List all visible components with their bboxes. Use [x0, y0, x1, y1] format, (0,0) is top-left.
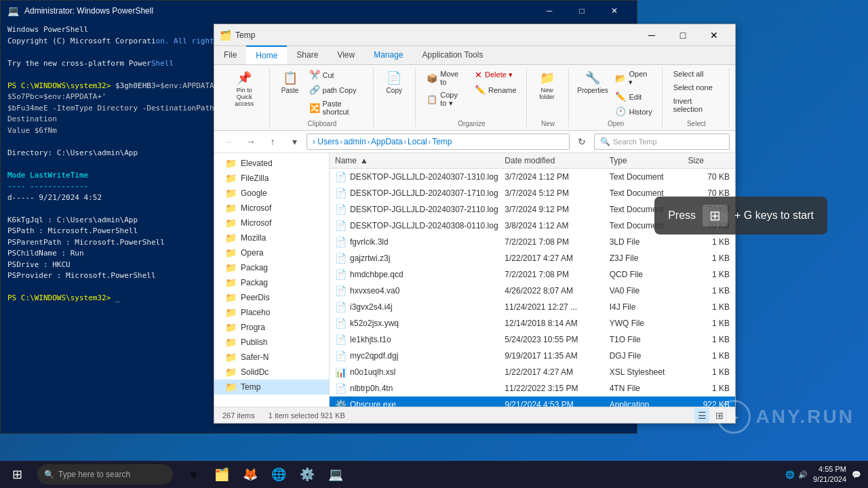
explorer-minimize-button[interactable]: ─ — [636, 24, 667, 46]
table-row[interactable]: 📄 fgvrlcik.3ld 7/2/2021 7:08 PM 3LD File… — [330, 234, 735, 250]
table-row[interactable]: 📄 nlbtrp0h.4tn 11/22/2022 3:15 PM 4TN Fi… — [330, 380, 735, 396]
volume-icon[interactable]: 🔊 — [798, 470, 808, 479]
col-header-size[interactable]: Size — [683, 153, 735, 168]
sidebar-item-label: PeerDis — [241, 293, 270, 302]
sidebar-item-package2[interactable]: 📁 Packag — [214, 275, 329, 290]
recent-button[interactable]: ▾ — [285, 134, 304, 150]
notification-icon[interactable]: 💬 — [852, 470, 861, 479]
sidebar-item-soliddc[interactable]: 📁 SolidDc — [214, 365, 329, 380]
explorer-close-button[interactable]: ✕ — [698, 24, 730, 46]
open-button[interactable]: 📂 Open ▾ — [611, 68, 656, 89]
file-name-cell: 📄 fgvrlcik.3ld — [330, 235, 499, 249]
address-path[interactable]: › Users › admin › AppData › Local › Temp — [307, 134, 570, 150]
edit-button[interactable]: ✏️ Edit — [611, 89, 656, 104]
details-view-button[interactable]: ☰ — [694, 408, 709, 423]
taskbar-explorer[interactable]: 🗂️ — [208, 461, 235, 488]
taskbar-clock: 4:55 PM 9/21/2024 — [813, 464, 846, 485]
move-to-button[interactable]: 📦 Move to — [422, 68, 469, 88]
rename-button[interactable]: ✏️ Rename — [471, 83, 521, 97]
table-row[interactable]: 📄 le1khjts.t1o 5/24/2023 10:55 PM T1O Fi… — [330, 331, 735, 348]
select-none-button[interactable]: Select none — [669, 81, 724, 94]
delete-button[interactable]: ✕ Delete ▾ — [471, 68, 521, 82]
table-row[interactable]: 📄 DESKTOP-JGLLJLD-20240307-1310.log 3/7/… — [330, 169, 735, 185]
tab-view[interactable]: View — [328, 46, 364, 64]
ps-close-button[interactable]: ✕ — [599, 1, 630, 21]
table-row[interactable]: 📄 i3gvx2s4.i4j 11/24/2021 12:27 ... I4J … — [330, 299, 735, 315]
tab-manage[interactable]: Manage — [364, 46, 412, 64]
pin-to-quick-access-button[interactable]: 📌 Pin to Quickaccess — [225, 68, 264, 110]
sidebar-item-placeholder[interactable]: 📁 Placeho — [214, 305, 329, 320]
tab-home[interactable]: Home — [246, 45, 287, 64]
paste-button[interactable]: 📋 Paste — [277, 68, 304, 97]
paste-shortcut-button[interactable]: 🔀 Paste shortcut — [305, 98, 368, 118]
back-button[interactable]: ← — [220, 134, 239, 150]
sidebar-item-microsoft2[interactable]: 📁 Microsof — [214, 216, 329, 230]
sidebar-item-google[interactable]: 📁 Google — [214, 186, 329, 201]
col-header-type[interactable]: Type — [604, 153, 683, 168]
table-row[interactable]: 📄 myc2qpdf.dgj 9/19/2017 11:35 AM DGJ Fi… — [330, 348, 735, 364]
table-row[interactable]: 📄 hxvxseo4.va0 4/26/2022 8:07 AM VA0 Fil… — [330, 283, 735, 299]
file-type-cell: Z3J File — [604, 252, 683, 264]
tab-share[interactable]: Share — [287, 46, 328, 64]
breadcrumb-part[interactable]: › Users — [313, 137, 339, 146]
table-row[interactable]: 📊 n0o1uqlh.xsl 1/22/2017 4:27 AM XSL Sty… — [330, 364, 735, 380]
sidebar-item-opera[interactable]: 📁 Opera — [214, 245, 329, 260]
network-icon[interactable]: 🌐 — [785, 470, 795, 479]
select-all-button[interactable]: Select all — [669, 68, 724, 80]
sidebar-item-package1[interactable]: 📁 Packag — [214, 260, 329, 275]
rename-icon: ✏️ — [475, 85, 486, 95]
breadcrumb-part[interactable]: Temp — [432, 137, 452, 146]
folder-icon: 📁 — [225, 158, 237, 169]
sidebar-item-elevated[interactable]: 📁 Elevated — [214, 156, 329, 171]
breadcrumb-part[interactable]: admin — [344, 137, 366, 146]
explorer-maximize-button[interactable]: □ — [667, 24, 698, 46]
col-header-name[interactable]: Name ▲ — [330, 153, 499, 168]
sidebar-item-microsoft1[interactable]: 📁 Microsof — [214, 201, 329, 216]
table-row[interactable]: 📄 hmdchbpe.qcd 7/2/2021 7:08 PM QCD File… — [330, 266, 735, 283]
taskbar-powershell[interactable]: 💻 — [322, 461, 349, 488]
up-button[interactable]: ↑ — [263, 134, 282, 150]
file-name-cell: 📄 DESKTOP-JGLLJLD-20240307-1310.log — [330, 170, 499, 184]
sidebar-item-safer[interactable]: 📁 Safer-N — [214, 350, 329, 365]
taskbar-edge[interactable]: 🌐 — [265, 461, 292, 488]
forward-button[interactable]: → — [241, 134, 260, 150]
new-folder-button[interactable]: 📁 Newfolder — [534, 68, 561, 103]
start-button[interactable]: ⊞ — [0, 461, 34, 488]
col-header-date[interactable]: Date modified — [499, 153, 604, 168]
copy-path-button[interactable]: 🔗 path Copy — [305, 83, 368, 97]
taskbar-firefox[interactable]: 🦊 — [237, 461, 264, 488]
file-size-cell: 1 KB — [683, 301, 735, 313]
table-row[interactable]: ⚙️ Obscure.exe 9/21/2024 4:53 PM Applica… — [330, 396, 735, 407]
file-type-icon: 📄 — [335, 302, 347, 312]
file-name-cell: 📄 DESKTOP-JGLLJLD-20240308-0110.log — [330, 219, 499, 232]
ps-minimize-button[interactable]: ─ — [534, 1, 565, 21]
properties-button[interactable]: 🔧 Properties — [576, 68, 610, 97]
cut-button[interactable]: ✂️ Cut — [305, 68, 368, 82]
file-name: hxvxseo4.va0 — [350, 286, 399, 296]
sidebar-item-program[interactable]: 📁 Progra — [214, 320, 329, 335]
copy-button[interactable]: 📄 Copy — [380, 68, 408, 97]
sidebar-item-publish[interactable]: 📁 Publish — [214, 335, 329, 350]
sidebar-item-label: FileZilla — [241, 174, 269, 183]
taskbar-search[interactable]: 🔍 Type here to search — [37, 464, 173, 485]
history-button[interactable]: 🕐 History — [611, 104, 656, 119]
copy-to-button[interactable]: 📋 Copy to ▾ — [422, 89, 469, 110]
sidebar-item-peerdist[interactable]: 📁 PeerDis — [214, 290, 329, 305]
file-size-cell: 1 KB — [683, 333, 735, 346]
delete-label: Delete ▾ — [485, 70, 513, 79]
breadcrumb-part[interactable]: Local — [408, 137, 427, 146]
search-box[interactable]: 🔍 Search Temp — [594, 134, 730, 150]
tab-file[interactable]: File — [214, 46, 246, 64]
invert-selection-button[interactable]: Invert selection — [669, 95, 724, 115]
taskbar-taskview[interactable]: ⧉ — [180, 461, 207, 488]
tab-application-tools[interactable]: Application Tools — [413, 46, 493, 64]
table-row[interactable]: 📄 k52o2jsx.ywq 12/14/2018 8:14 AM YWQ Fi… — [330, 315, 735, 331]
taskbar-chrome[interactable]: ⚙️ — [294, 461, 321, 488]
breadcrumb-part[interactable]: AppData — [371, 137, 403, 146]
sidebar-item-temp[interactable]: 📁 Temp — [214, 380, 329, 394]
ps-maximize-button[interactable]: □ — [566, 1, 597, 21]
refresh-button[interactable]: ↻ — [572, 134, 591, 150]
table-row[interactable]: 📄 gajzrtwi.z3j 1/22/2017 4:27 AM Z3J Fil… — [330, 250, 735, 266]
sidebar-item-filezilla[interactable]: 📁 FileZilla — [214, 171, 329, 186]
sidebar-item-mozilla[interactable]: 📁 Mozilla — [214, 230, 329, 245]
